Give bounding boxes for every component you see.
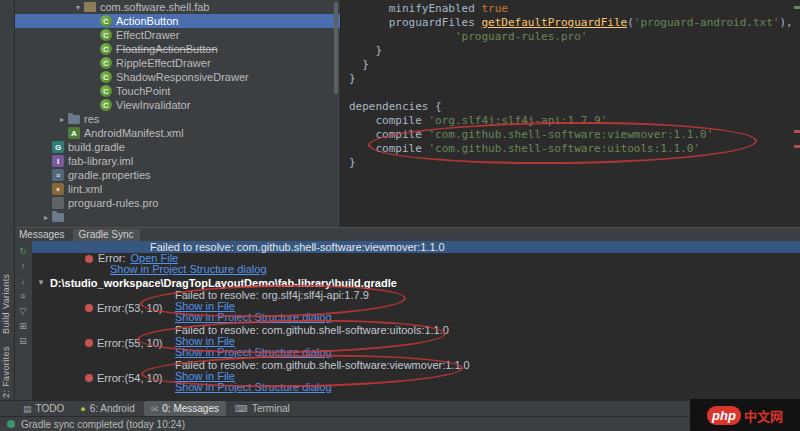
tool-window-tabs: ▤TODO●6: Android✉0: Messages⌨Terminal [0,400,800,416]
code-line: compile 'org.slf4j:slf4j-api:1.7.9' [349,114,793,128]
class-icon: C [100,57,112,69]
tree-item[interactable]: ▸res [14,112,340,126]
tool-tab-6android[interactable]: ●6: Android [73,401,141,416]
filter-icon[interactable]: ▽ [17,305,29,317]
android-file-icon: A [68,127,80,139]
build-variants-tool-tab[interactable]: Build Variants [1,246,13,334]
todo-icon: ▤ [23,404,32,414]
tree-item[interactable]: ▸ [14,210,340,224]
tree-item[interactable]: Gbuild.gradle [14,140,340,154]
error-location-label: Error:(53, 10) [85,302,162,314]
class-icon: C [100,85,112,97]
error-groups: Failed to resolve: org.slf4j:slf4j-api:1… [32,290,800,393]
expand-all-icon[interactable]: ⊞ [17,320,29,332]
error-icon [85,304,93,312]
tree-item-label: com.software.shell.fab [100,1,209,13]
error-group: Failed to resolve: com.github.shell-soft… [32,360,800,393]
previous-message-icon[interactable]: ↑ [17,260,29,272]
tree-item-label: AndroidManifest.xml [84,127,184,139]
tree-item-label: lint.xml [68,183,102,195]
messages-content: Failed to resolve: com.github.shell-soft… [32,241,800,400]
tool-tab-todo[interactable]: ▤TODO [16,401,71,416]
tree-item-label: ShadowResponsiveDrawer [116,71,249,83]
editor-code: minifyEnabled true proguardFiles getDefa… [349,2,793,170]
code-line: compile 'com.github.shell-software:uitoo… [349,142,793,156]
terminal-icon: ⌨ [235,404,248,414]
error-message: Failed to resolve: org.slf4j:slf4j-api:1… [175,290,800,301]
tree-item-label: fab-library.iml [68,155,133,167]
php-logo: php [707,406,741,425]
code-line: } [349,156,793,170]
tree-item[interactable]: ▾com.software.shell.fab [14,0,340,14]
error-label-text: Error:(55, 10) [97,337,162,349]
build-gradle-node[interactable]: ▼ D:\studio_workspace\DragTopLayoutDemo\… [32,275,800,290]
tree-item[interactable]: CTouchPoint [14,84,340,98]
show-in-project-structure-link[interactable]: Show in Project Structure dialog [175,311,332,323]
tree-item[interactable]: proguard-rules.pro [14,196,340,210]
android-studio-window: Build Variants 2: Favorites ▾com.softwar… [0,0,800,431]
tree-item-label: FloatingActionButton [116,43,218,55]
watermark-text: 中文网 [744,406,783,425]
error-icon [85,255,93,263]
tree-item[interactable]: CFloatingActionButton [14,42,340,56]
android-icon: ● [80,404,85,414]
code-line: dependencies { [349,100,793,114]
error-location-label: Error:(54, 10) [85,372,162,384]
export-icon[interactable]: ≡ [17,290,29,302]
tree-item[interactable]: CEffectDrawer [14,28,340,42]
tree-item-label: EffectDrawer [116,29,179,41]
code-line: } [349,58,793,72]
gradle-sync-tab[interactable]: Gradle Sync [73,229,140,241]
messages-toolbar: ↻↑↓≡▽⊞⊟ [14,241,32,400]
file-icon [52,197,64,209]
tree-item-label: ViewInvalidator [116,99,190,111]
tree-item[interactable]: CViewInvalidator [14,98,340,112]
code-line [349,86,793,100]
project-tree-panel: ▾com.software.shell.fabCActionButtonCEff… [14,0,340,227]
file-path: D:\studio_workspace\DragTopLayoutDemo\fa… [50,277,397,289]
class-icon: C [100,99,112,111]
project-tree-scrollbar[interactable] [334,2,338,94]
class-icon: C [100,29,112,41]
chevron-right-icon[interactable]: ▸ [40,213,52,222]
tree-item[interactable]: xlint.xml [14,182,340,196]
chevron-down-icon[interactable]: ▾ [72,3,84,12]
left-tool-strip: Build Variants 2: Favorites [0,0,15,400]
tree-item[interactable]: CActionButton [14,14,340,28]
code-editor[interactable]: minifyEnabled true proguardFiles getDefa… [340,0,800,227]
show-in-project-structure-link[interactable]: Show in Project Structure dialog [175,346,332,358]
tree-item[interactable]: CShadowResponsiveDrawer [14,70,340,84]
rerun-icon[interactable]: ↻ [17,245,29,257]
code-line: proguardFiles getDefaultProguardFile('pr… [349,16,793,30]
tree-item-label: build.gradle [68,141,125,153]
tree-item-label: gradle.properties [68,169,151,181]
xml-file-icon: x [52,183,64,195]
class-icon: C [100,43,112,55]
gradle-file-icon: G [52,141,64,153]
tool-tab-terminal[interactable]: ⌨Terminal [228,401,297,416]
show-in-project-structure-link[interactable]: Show in Project Structure dialog [175,381,332,393]
error-group: Failed to resolve: com.github.shell-soft… [32,325,800,358]
tool-tab-0messages[interactable]: ✉0: Messages [144,401,226,416]
tree-item[interactable]: ≡gradle.properties [14,168,340,182]
next-message-icon[interactable]: ↓ [17,275,29,287]
error-icon [85,339,93,347]
tree-item[interactable]: CRippleEffectDrawer [14,56,340,70]
editor-stripe-mark [794,6,800,9]
folder-icon [68,115,80,124]
show-in-project-structure-link[interactable]: Show in Project Structure dialog [110,263,267,275]
chevron-down-icon[interactable]: ▼ [37,278,45,287]
collapse-all-icon[interactable]: ⊟ [17,335,29,347]
tree-item-label: res [84,113,99,125]
error-group: Failed to resolve: org.slf4j:slf4j-api:1… [32,290,800,323]
error-icon [85,374,93,382]
tree-item-label: proguard-rules.pro [68,197,159,209]
tree-item[interactable]: AAndroidManifest.xml [14,126,340,140]
package-icon [84,2,96,12]
iml-file-icon: I [52,155,64,167]
favorites-tool-tab[interactable]: 2: Favorites [1,336,13,398]
tree-item-label: RippleEffectDrawer [116,57,211,69]
chevron-right-icon[interactable]: ▸ [56,115,68,124]
tree-item[interactable]: Ifab-library.iml [14,154,340,168]
code-line: minifyEnabled true [349,2,793,16]
